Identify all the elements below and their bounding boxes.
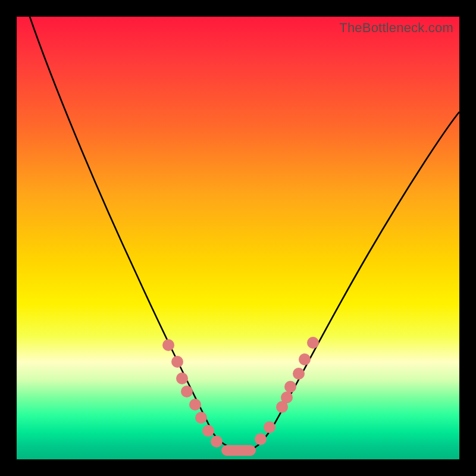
svg-point-15 bbox=[307, 337, 319, 349]
marker-right-cluster bbox=[255, 337, 319, 445]
svg-point-9 bbox=[264, 421, 275, 433]
svg-point-6 bbox=[202, 425, 214, 437]
svg-point-11 bbox=[281, 392, 293, 403]
chart-svg bbox=[17, 17, 459, 459]
outer-frame: TheBottleneck.com bbox=[0, 0, 476, 476]
svg-point-14 bbox=[299, 353, 311, 365]
svg-point-7 bbox=[211, 436, 223, 447]
plot-area: TheBottleneck.com bbox=[17, 17, 459, 459]
svg-point-0 bbox=[162, 339, 174, 351]
marker-left-cluster bbox=[162, 339, 223, 447]
bottleneck-curve bbox=[30, 17, 459, 450]
svg-point-13 bbox=[293, 368, 305, 380]
marker-flat-segment bbox=[221, 445, 256, 456]
svg-point-2 bbox=[176, 372, 188, 384]
svg-point-8 bbox=[255, 433, 267, 445]
svg-point-12 bbox=[284, 381, 296, 393]
svg-point-3 bbox=[181, 386, 193, 397]
svg-point-5 bbox=[195, 412, 207, 424]
svg-point-1 bbox=[171, 356, 183, 368]
svg-point-4 bbox=[189, 399, 201, 411]
